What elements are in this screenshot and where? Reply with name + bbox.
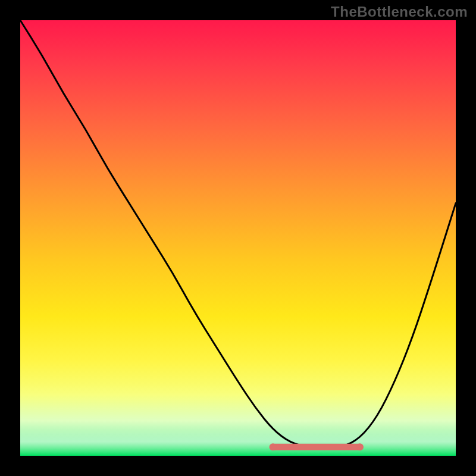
plot-svg [20, 20, 456, 456]
chart-frame: TheBottleneck.com [0, 0, 476, 476]
optimal-zone-start-dot [270, 443, 277, 450]
watermark-text: TheBottleneck.com [331, 4, 468, 20]
optimal-zone-end-dot [356, 443, 364, 450]
plot-area [20, 20, 456, 456]
bottleneck-curve [20, 20, 456, 447]
